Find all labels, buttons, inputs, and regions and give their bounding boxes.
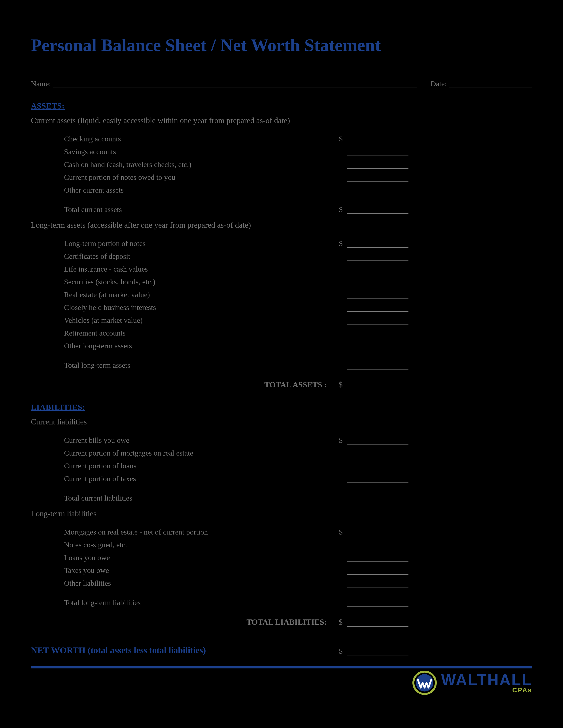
page: Personal Balance Sheet / Net Worth State… (0, 0, 563, 728)
value-input-line[interactable] (347, 475, 409, 483)
value-input-line[interactable] (347, 291, 409, 299)
line-item-label: Savings accounts (31, 148, 336, 156)
line-item-label: Current portion of mortgages on real est… (31, 449, 336, 457)
line-item-label: Mortgages on real estate - net of curren… (31, 528, 336, 536)
value-input-line[interactable] (347, 266, 409, 273)
value-input-line[interactable] (347, 580, 409, 587)
net-worth-row: NET WORTH (total assets less total liabi… (31, 642, 532, 655)
subtotal-label: Total current liabilities (31, 494, 336, 502)
line-item: Other long-term assets (31, 337, 532, 350)
page-title: Personal Balance Sheet / Net Worth State… (31, 35, 532, 55)
dollar-sign: $ (336, 239, 347, 248)
date-field: Date: (431, 80, 532, 88)
line-item-label: Life insurance - cash values (31, 265, 336, 273)
line-item-label: Cash on hand (cash, travelers checks, et… (31, 160, 336, 169)
brand-logo-icon (413, 671, 437, 695)
line-item-label: Current portion of taxes (31, 475, 336, 483)
line-item: Current portion of mortgages on real est… (31, 445, 532, 457)
current-liabilities-rows: Current bills you owe$Current portion of… (31, 432, 532, 502)
value-input-line[interactable] (347, 174, 409, 182)
subtotal-label: Total long-term assets (31, 361, 336, 370)
value-input-line[interactable] (347, 343, 409, 350)
brand-name: WALTHALL (441, 672, 532, 688)
subtotal-label: Total current assets (31, 205, 336, 214)
dollar-sign: $ (336, 647, 347, 655)
name-field: Name: (31, 80, 417, 88)
subtotal-value-line[interactable] (347, 495, 409, 502)
line-item: Checking accounts$ (31, 130, 532, 143)
total-liabilities-value-line[interactable] (347, 619, 409, 627)
line-item: Cash on hand (cash, travelers checks, et… (31, 156, 532, 169)
subtotal-row: Total current assets$ (31, 201, 532, 214)
line-item-label: Certificates of deposit (31, 252, 336, 261)
value-input-line[interactable] (347, 529, 409, 536)
dollar-sign: $ (336, 380, 347, 389)
line-item: Current portion of notes owed to you (31, 169, 532, 182)
value-input-line[interactable] (347, 567, 409, 575)
line-item-label: Other liabilities (31, 579, 336, 587)
value-input-line[interactable] (347, 187, 409, 194)
line-item-label: Loans you owe (31, 554, 336, 562)
line-item: Current portion of taxes (31, 470, 532, 483)
line-item-label: Securities (stocks, bonds, etc.) (31, 278, 336, 286)
line-item: Other liabilities (31, 575, 532, 587)
value-input-line[interactable] (347, 317, 409, 325)
value-input-line[interactable] (347, 136, 409, 143)
subtotal-value-line[interactable] (347, 362, 409, 370)
brand: WALTHALL CPAs (31, 671, 532, 695)
line-item-label: Current portion of loans (31, 462, 336, 470)
spacer (31, 587, 532, 594)
line-item: Mortgages on real estate - net of curren… (31, 523, 532, 536)
subtotal-row: Total long-term liabilities (31, 594, 532, 607)
date-input-line[interactable] (449, 80, 532, 88)
value-input-line[interactable] (347, 450, 409, 457)
name-input-line[interactable] (53, 80, 417, 88)
value-input-line[interactable] (347, 161, 409, 169)
value-input-line[interactable] (347, 253, 409, 261)
longterm-assets-rows: Long-term portion of notes$Certificates … (31, 235, 532, 370)
line-item-label: Long-term portion of notes (31, 239, 336, 248)
name-label: Name: (31, 80, 53, 88)
line-item: Retirement accounts (31, 325, 532, 337)
value-input-line[interactable] (347, 240, 409, 248)
total-liabilities-row: TOTAL LIABILITIES: $ (31, 614, 532, 627)
dollar-sign: $ (336, 528, 347, 536)
line-item: Loans you owe (31, 549, 532, 562)
value-input-line[interactable] (347, 437, 409, 445)
dollar-sign: $ (336, 135, 347, 143)
line-item: Life insurance - cash values (31, 261, 532, 273)
value-input-line[interactable] (347, 279, 409, 286)
current-assets-rows: Checking accounts$Savings accountsCash o… (31, 130, 532, 214)
value-input-line[interactable] (347, 542, 409, 549)
net-worth-label: NET WORTH (total assets less total liabi… (31, 645, 336, 655)
line-item-label: Current bills you owe (31, 436, 336, 445)
subtotal-value-line[interactable] (347, 206, 409, 214)
line-item: Notes co-signed, etc. (31, 536, 532, 549)
line-item-label: Real estate (at market value) (31, 291, 336, 299)
longterm-assets-heading: Long-term assets (accessible after one y… (31, 220, 532, 230)
line-item: Taxes you owe (31, 562, 532, 575)
line-item: Vehicles (at market value) (31, 312, 532, 325)
longterm-liabilities-rows: Mortgages on real estate - net of curren… (31, 523, 532, 607)
net-worth-value-line[interactable] (347, 648, 409, 655)
spacer (31, 194, 532, 201)
value-input-line[interactable] (347, 304, 409, 312)
footer-rule (31, 666, 532, 668)
line-item: Current portion of loans (31, 457, 532, 470)
subtotal-value-line[interactable] (347, 599, 409, 607)
date-label: Date: (431, 80, 449, 88)
total-assets-label: TOTAL ASSETS : (31, 380, 336, 389)
spacer (31, 350, 532, 357)
header-row: Name: Date: (31, 80, 532, 88)
line-item: Long-term portion of notes$ (31, 235, 532, 248)
value-input-line[interactable] (347, 148, 409, 156)
line-item-label: Vehicles (at market value) (31, 316, 336, 325)
value-input-line[interactable] (347, 463, 409, 470)
value-input-line[interactable] (347, 330, 409, 337)
value-input-line[interactable] (347, 554, 409, 562)
total-assets-value-line[interactable] (347, 382, 409, 389)
line-item: Other current assets (31, 182, 532, 194)
line-item-label: Other long-term assets (31, 342, 336, 350)
subtotal-row: Total current liabilities (31, 490, 532, 502)
dollar-sign: $ (336, 617, 347, 627)
